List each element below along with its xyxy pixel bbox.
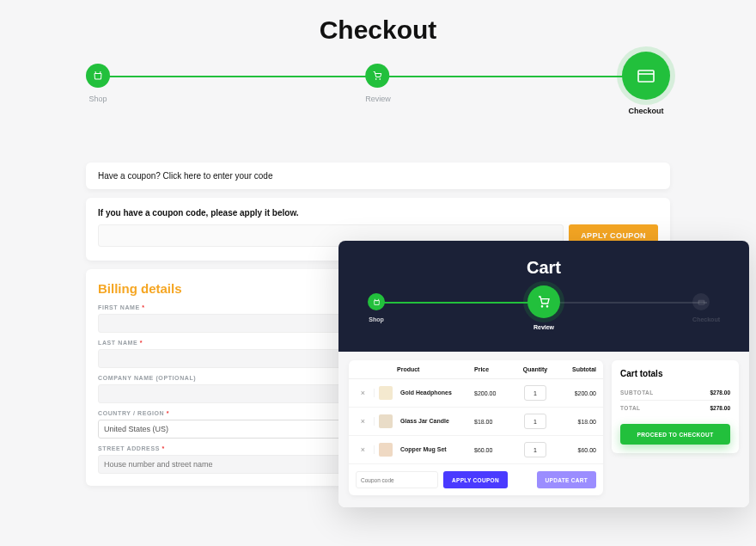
svg-rect-6 [698, 300, 704, 304]
svg-point-5 [546, 306, 547, 307]
bag-icon [368, 293, 385, 310]
svg-rect-2 [638, 71, 654, 82]
company-input[interactable] [98, 384, 362, 403]
cart-row: × Glass Jar Candle $18.00 1 $18.00 [349, 408, 603, 436]
svg-point-0 [375, 79, 376, 80]
last-name-label: LAST NAME * [98, 340, 362, 346]
bag-icon [86, 64, 110, 88]
card-icon [622, 52, 670, 100]
progress-label: Shop [86, 95, 110, 103]
progress-label: Checkout [622, 107, 670, 115]
svg-point-1 [380, 79, 381, 80]
first-name-label: FIRST NAME * [98, 304, 362, 310]
progress-line-active [376, 302, 544, 304]
product-price: $18.00 [474, 419, 517, 425]
cart-header: Cart Shop Review Checkout [338, 241, 749, 352]
product-subtotal: $18.00 [553, 419, 596, 425]
card-icon [692, 293, 710, 310]
apply-coupon-button[interactable]: APPLY COUPON [443, 471, 508, 488]
cart-totals-panel: Cart totals SUBTOTAL $278.00 TOTAL $278.… [612, 360, 739, 453]
product-thumb[interactable] [379, 414, 393, 428]
billing-panel: Billing details FIRST NAME * LAST NAME *… [86, 269, 374, 486]
subtotal-value: $278.00 [710, 390, 731, 396]
remove-icon[interactable]: × [356, 389, 375, 397]
country-select[interactable] [98, 420, 362, 439]
coupon-prompt-panel[interactable]: Have a coupon? Click here to enter your … [86, 163, 670, 189]
svg-point-4 [541, 306, 542, 307]
country-label: COUNTRY / REGION * [98, 410, 362, 416]
product-subtotal: $200.00 [553, 390, 596, 396]
street-label: STREET ADDRESS * [98, 445, 362, 451]
proceed-to-checkout-button[interactable]: PROCEED TO CHECKOUT [620, 424, 730, 445]
product-subtotal: $60.00 [553, 447, 596, 453]
subtotal-label: SUBTOTAL [620, 390, 654, 396]
col-quantity: Quantity [517, 366, 553, 372]
col-price: Price [474, 366, 517, 372]
cart-progress: Shop Review Checkout [368, 293, 720, 328]
company-label: COMPANY NAME (OPTIONAL) [98, 375, 362, 381]
cart-row: × Gold Headphones $200.00 1 $200.00 [349, 379, 603, 408]
cart-table: Product Price Quantity Subtotal × Gold H… [349, 360, 603, 495]
product-thumb[interactable] [379, 386, 393, 400]
progress-label: Review [365, 95, 391, 103]
cart-card: Cart Shop Review Checkout [338, 241, 749, 507]
totals-total-row: TOTAL $278.00 [620, 401, 730, 415]
coupon-notice: If you have a coupon code, please apply … [98, 208, 658, 218]
checkout-progress: Shop Review Checkout [86, 64, 670, 115]
cart-step-label: Checkout [692, 316, 720, 322]
col-subtotal: Subtotal [553, 366, 596, 372]
product-name[interactable]: Gold Headphones [397, 390, 474, 396]
first-name-input[interactable] [98, 314, 362, 333]
remove-icon[interactable]: × [356, 417, 375, 426]
billing-title: Billing details [98, 281, 362, 296]
quantity-input[interactable]: 1 [524, 442, 546, 457]
product-price: $200.00 [474, 390, 517, 396]
cart-totals-title: Cart totals [620, 369, 730, 378]
col-product: Product [397, 366, 474, 372]
cart-step-shop[interactable]: Shop [368, 293, 385, 322]
product-thumb[interactable] [379, 443, 393, 457]
progress-line-idle [557, 302, 707, 304]
cart-table-head: Product Price Quantity Subtotal [349, 360, 603, 379]
update-cart-button[interactable]: UPDATE CART [537, 471, 596, 488]
quantity-input[interactable]: 1 [524, 414, 546, 429]
cart-table-footer: APPLY COUPON UPDATE CART [349, 464, 603, 495]
cart-step-label: Shop [368, 316, 385, 322]
remove-icon[interactable]: × [356, 445, 375, 454]
street-input[interactable] [98, 455, 362, 474]
total-label: TOTAL [620, 405, 641, 411]
checkout-title: Checkout [0, 15, 756, 45]
cart-icon [527, 285, 560, 318]
progress-step-review[interactable]: Review [365, 64, 391, 103]
coupon-prompt-text: Have a coupon? Click here to enter your … [98, 171, 272, 181]
product-price: $60.00 [474, 447, 517, 453]
product-name[interactable]: Glass Jar Candle [397, 418, 474, 425]
quantity-input[interactable]: 1 [524, 385, 546, 401]
cart-step-label: Review [527, 324, 560, 330]
country-value[interactable] [98, 420, 362, 439]
progress-step-shop[interactable]: Shop [86, 64, 110, 103]
last-name-input[interactable] [98, 349, 362, 368]
cart-row: × Copper Mug Set $60.00 1 $60.00 [349, 436, 603, 464]
cart-body: Product Price Quantity Subtotal × Gold H… [338, 352, 749, 507]
cart-step-checkout[interactable]: Checkout [692, 293, 720, 322]
total-value: $278.00 [710, 405, 731, 411]
cart-title: Cart [363, 258, 725, 278]
cart-step-review[interactable]: Review [527, 293, 560, 330]
coupon-code-input[interactable] [356, 471, 438, 488]
product-name[interactable]: Copper Mug Set [397, 446, 474, 453]
progress-step-checkout[interactable]: Checkout [622, 64, 670, 115]
cart-icon [365, 64, 389, 88]
totals-subtotal-row: SUBTOTAL $278.00 [620, 385, 730, 401]
